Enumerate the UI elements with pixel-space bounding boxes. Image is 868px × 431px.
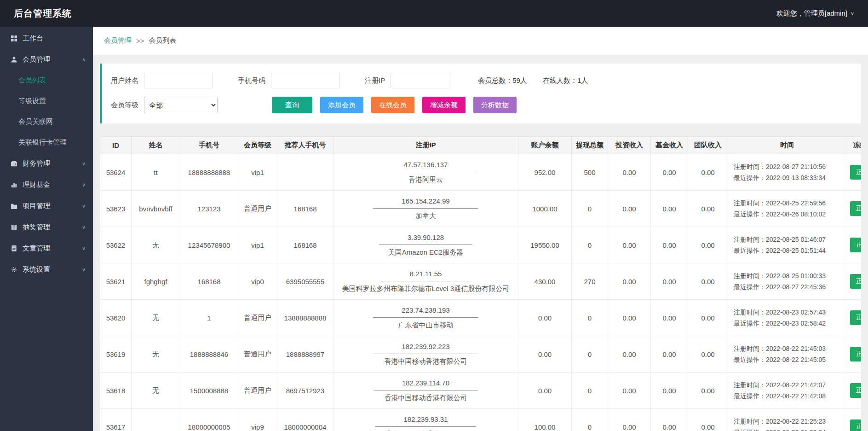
fund-income-cell: 0.00 (651, 154, 688, 191)
app-title: 后台管理系统 (14, 7, 72, 20)
username-filter-group: 用户姓名 (111, 73, 213, 88)
ip-address: 8.21.11.55 (381, 270, 471, 281)
ip-cell: 223.74.238.193广东省中山市移动 (333, 300, 518, 336)
filter-panel: 用户姓名 手机号码 注册IP 会员总数：59人 在线人数：1人 (100, 64, 861, 123)
sidebar-item-member-list[interactable]: 会员列表 (0, 70, 93, 91)
fund-income-cell: 0.00 (651, 300, 688, 336)
sidebar: 工作台会员管理∧会员列表等级设置会员关联网关联银行卡管理财务管理∨理财基金∨项目… (0, 27, 93, 431)
id-cell: 53619 (100, 336, 132, 373)
status-button[interactable]: 正常 (850, 419, 861, 431)
fund-icon (10, 181, 17, 188)
settings-icon (10, 266, 17, 273)
members-table-panel: ID姓名手机号会员等级推荐人手机号注册IP账户余额提现总额投资收入基金收入团队收… (100, 136, 861, 431)
sidebar-item-wealth-funds[interactable]: 理财基金∨ (0, 174, 93, 195)
lottery-icon (10, 224, 17, 231)
total-members-stat: 会员总数：59人 (478, 76, 527, 85)
username-input[interactable] (144, 73, 213, 88)
invest-income-cell: 0.00 (608, 263, 651, 300)
id-cell: 53623 (100, 191, 132, 227)
time-cell: 注册时间：2022-08-27 21:10:56最近操作：2022-09-13 … (728, 154, 846, 191)
withdraw-total-cell: 0 (572, 191, 608, 227)
ip-cell: 8.21.11.55美国科罗拉多州布隆菲尔德市Level 3通信股份有限公司 (333, 263, 518, 300)
breadcrumb: 会员管理 >> 会员列表 (93, 27, 868, 55)
ip-label: 注册IP (365, 76, 385, 85)
name-cell: fghghgf (132, 263, 180, 300)
sidebar-item-member-management[interactable]: 会员管理∧ (0, 49, 93, 70)
name-cell: tt (132, 154, 180, 191)
ip-address: 182.239.92.223 (373, 343, 478, 354)
online-members-button[interactable]: 在线会员 (371, 97, 414, 113)
level-cell: vip0 (238, 263, 277, 300)
register-time: 注册时间：2022-08-25 22:59:56 (734, 198, 842, 209)
fund-income-cell: 0.00 (651, 191, 688, 227)
time-cell: 注册时间：2022-08-25 01:00:33最近操作：2022-08-27 … (728, 263, 846, 300)
ip-address: 223.74.238.193 (373, 306, 478, 318)
level-select[interactable]: 全部 (144, 97, 218, 113)
status-button[interactable]: 正常 (850, 310, 861, 325)
sidebar-item-label: 工作台 (23, 34, 43, 43)
filter-row-actions: 会员等级 全部 查询添加会员在线会员增减余额分析数据 (111, 97, 852, 113)
invest-income-cell: 0.00 (608, 336, 651, 373)
ip-location: 香港中国移动香港有限公司 (337, 357, 514, 366)
sidebar-item-linked-bank-cards[interactable]: 关联银行卡管理 (0, 132, 93, 153)
sidebar-item-project-management[interactable]: 项目管理∨ (0, 195, 93, 216)
status-button[interactable]: 正常 (850, 238, 861, 252)
adjust-balance-button[interactable]: 增减余额 (422, 97, 466, 113)
sidebar-item-finance-management[interactable]: 财务管理∨ (0, 153, 93, 174)
sidebar-item-label: 文章管理 (23, 244, 50, 253)
level-filter-group: 会员等级 全部 (111, 97, 218, 113)
time-cell: 注册时间：2022-08-22 21:45:03最近操作：2022-08-22 … (728, 336, 846, 373)
sidebar-item-system-settings[interactable]: 系统设置∨ (0, 259, 93, 280)
status-button[interactable]: 正常 (850, 201, 861, 216)
phone-label: 手机号码 (238, 76, 265, 85)
sidebar-item-workbench[interactable]: 工作台 (0, 28, 93, 49)
ip-cell: 182.239.93.31香港中国移动香港有限公司 (333, 409, 518, 431)
balance-cell: 0.00 (518, 373, 572, 409)
column-header: 基金收入 (651, 137, 688, 154)
status-cell: 正常 (846, 373, 862, 409)
column-header: 团队收入 (688, 137, 728, 154)
register-time: 注册时间：2022-08-23 02:57:43 (734, 307, 842, 318)
sidebar-item-lottery-management[interactable]: 抽奖管理∨ (0, 216, 93, 238)
balance-cell: 0.00 (518, 300, 572, 336)
filter-row-inputs: 用户姓名 手机号码 注册IP 会员总数：59人 在线人数：1人 (111, 73, 852, 88)
id-cell: 53618 (100, 373, 132, 409)
time-cell: 注册时间：2022-08-23 02:57:43最近操作：2022-08-23 … (728, 300, 846, 336)
phone-cell: 123123 (180, 191, 238, 227)
column-header: 姓名 (132, 137, 180, 154)
sidebar-item-member-network[interactable]: 会员关联网 (0, 111, 93, 132)
withdraw-total-cell: 0 (572, 300, 608, 336)
analyze-data-button[interactable]: 分析数据 (473, 97, 517, 113)
phone-filter-group: 手机号码 (238, 73, 340, 88)
search-button[interactable]: 查询 (272, 97, 312, 113)
ip-cell: 3.39.90.128美国Amazon EC2服务器 (333, 227, 518, 263)
column-header: ID (100, 137, 132, 154)
referrer-cell: 1888888997 (277, 336, 333, 373)
filter-buttons: 查询添加会员在线会员增减余额分析数据 (272, 97, 524, 113)
ip-location: 广东省中山市移动 (337, 321, 514, 330)
status-button[interactable]: 正常 (850, 347, 861, 361)
user-menu[interactable]: 欢迎您，管理员[admin] ∨ (776, 9, 854, 18)
chevron-down-icon: ∨ (82, 224, 86, 230)
register-time: 注册时间：2022-08-25 01:00:33 (734, 270, 842, 282)
status-button[interactable]: 正常 (850, 165, 861, 180)
status-button[interactable]: 正常 (850, 274, 861, 289)
table-header-row: ID姓名手机号会员等级推荐人手机号注册IP账户余额提现总额投资收入基金收入团队收… (100, 137, 862, 154)
balance-cell: 952.00 (518, 154, 572, 191)
ip-address: 3.39.90.128 (379, 233, 472, 245)
add-member-button[interactable]: 添加会员 (320, 97, 363, 113)
table-row: 53623bvnvbnvbff123123普通用户168168165.154.2… (100, 191, 862, 227)
sidebar-item-level-settings[interactable]: 等级设置 (0, 91, 93, 111)
members-table: ID姓名手机号会员等级推荐人手机号注册IP账户余额提现总额投资收入基金收入团队收… (100, 136, 861, 431)
status-button[interactable]: 正常 (850, 383, 861, 398)
breadcrumb-parent[interactable]: 会员管理 (104, 36, 132, 45)
register-time: 注册时间：2022-08-22 21:25:23 (734, 416, 842, 427)
sidebar-item-article-management[interactable]: 文章管理∨ (0, 238, 93, 259)
ip-input[interactable] (391, 73, 450, 88)
ip-address: 165.154.224.99 (373, 197, 478, 209)
level-cell: vip9 (238, 409, 277, 431)
table-row: 53619无1888888846普通用户1888888997182.239.92… (100, 336, 862, 373)
team-income-cell: 0.00 (688, 336, 728, 373)
last-operation-time: 最近操作：2022-08-22 21:25:24 (734, 427, 842, 431)
phone-input[interactable] (271, 73, 340, 88)
